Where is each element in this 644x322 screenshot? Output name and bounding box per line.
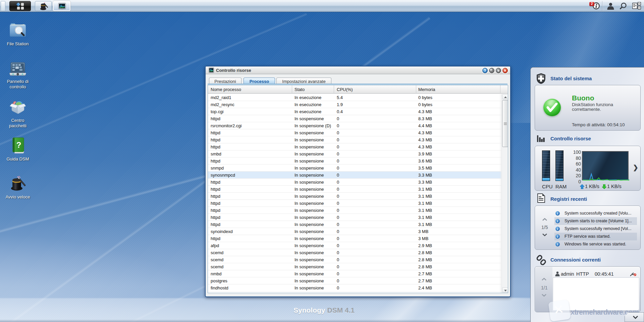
svg-text:?: ?: [16, 140, 21, 149]
